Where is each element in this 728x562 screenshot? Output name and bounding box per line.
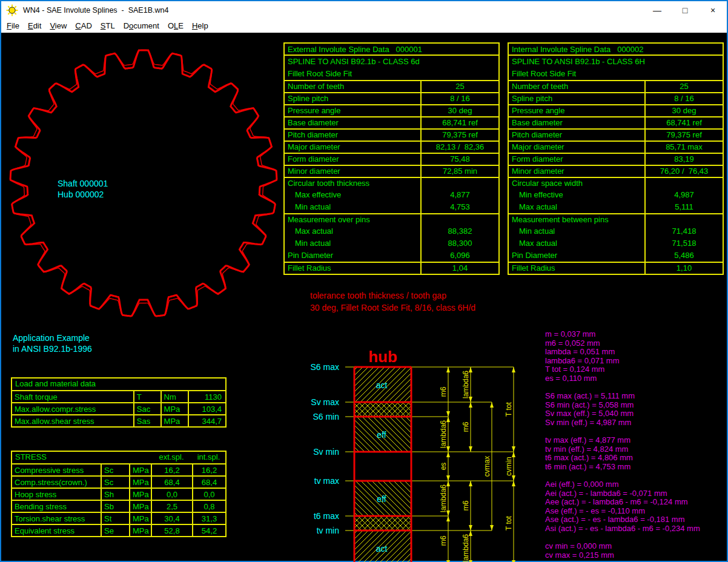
table-row: Shaft torqueTNm1130	[12, 390, 225, 402]
result-line: tv max (eff.) = 4,877 mm	[545, 436, 700, 445]
table-fit: Fillet Root Side Fit	[509, 68, 723, 80]
section-label-eff: eff	[377, 494, 386, 504]
dimension-label-m6: m6	[462, 500, 470, 511]
result-line: cv max = 0,215 mm	[545, 551, 700, 560]
table-row: Pitch diameter79,375 ref	[509, 128, 723, 140]
level-label-Sv-min: Sv min	[313, 447, 339, 457]
level-label-S6-max: S6 max	[311, 362, 339, 372]
result-line: Aei (eff.) = 0,000 mm	[545, 480, 700, 489]
menu-item-file[interactable]: File	[7, 21, 19, 30]
result-line	[545, 534, 700, 543]
dimension-arrow	[512, 481, 515, 486]
dimension-label-cvmax: cvmax	[483, 456, 491, 477]
table-row: Max actual88,382	[285, 225, 498, 237]
menu-item-view[interactable]: View	[50, 21, 67, 30]
dimension-label-T-tot: T tot	[505, 402, 513, 416]
window-title: WN4 - SAE Involute Splines - SAE1B.wn4	[23, 6, 168, 15]
hub-label: hub	[368, 348, 397, 366]
table-row: Form diameter75,48	[285, 153, 498, 165]
level-label-t6-max: t6 max	[314, 511, 339, 521]
dimension-arrow	[512, 446, 515, 452]
table-row: Form diameter83,19	[509, 153, 723, 165]
menu-item-stl[interactable]: STL	[101, 21, 115, 30]
result-line: S6 min (act.) = 5,058 mm	[545, 401, 700, 410]
result-line: Ase (eff.) = - es = -0,110 mm	[545, 507, 700, 516]
table-row: Max.allow.compr.stressSacMPa103,4	[12, 402, 225, 414]
menu-item-cad[interactable]: CAD	[75, 21, 91, 30]
dimension-arrow	[512, 452, 515, 457]
result-line: m = 0,037 mm	[545, 330, 700, 339]
dimension-arrow	[490, 402, 494, 408]
minimize-button[interactable]: —	[643, 1, 671, 19]
section-label-act: act	[376, 380, 388, 390]
result-line	[545, 383, 700, 392]
tolerance-diagram: S6 maxSv maxS6 minSv mintv maxt6 maxtv m…	[286, 313, 546, 562]
dimension-label-T-tot: T tot	[505, 515, 513, 530]
dimension-label-m6: m6	[462, 422, 470, 432]
result-line	[545, 428, 700, 437]
tolerance-title-line2: 30 deg, Fillet Root Side Fit, 8/16, clas…	[310, 302, 475, 314]
application-note-line1: Application Example	[13, 332, 90, 343]
table-row: Comp.stress(crown.)ScMPa68,468,4	[12, 475, 225, 488]
menu-item-edit[interactable]: Edit	[28, 21, 41, 30]
result-line: Sv min (eff.) = 4,987 mm	[545, 418, 700, 428]
dimension-label-lambda6: lambda6	[439, 484, 448, 512]
result-line: t6 min (act.) = 4,753 mm	[545, 463, 700, 472]
drawing-shaft-ref: Shaft 000001	[58, 178, 108, 189]
shaft-spline-profile	[10, 50, 277, 316]
table-standard: SPLINE TO ANSI B92.1b - CLASS 6H	[509, 56, 723, 68]
table-row: Major diameter85,71 max	[509, 140, 723, 153]
stress-table: STRESSext.spl.int.spl.Compressive stress…	[11, 451, 227, 537]
table-row: Min actual4,753	[285, 201, 498, 213]
table-row: Max actual5,111	[509, 201, 723, 213]
dimension-arrow	[446, 452, 450, 457]
table-row: Circular tooth thickness	[285, 177, 498, 189]
dimension-arrow	[469, 402, 472, 408]
dimension-label-m6: m6	[439, 535, 448, 546]
table-row: Pin Diameter5,486	[509, 250, 723, 262]
menu-item-help[interactable]: Help	[192, 21, 208, 30]
table-row: Circular space width	[509, 177, 723, 189]
dimension-arrow	[446, 475, 450, 481]
table-row: Measurement between pins	[509, 213, 723, 225]
table-row: Equivalent stressSeMPa52,854,2	[12, 524, 225, 536]
tolerance-zone	[354, 402, 411, 417]
table-row: Max.allow.shear stressSasMPa344,7	[12, 414, 225, 426]
close-button[interactable]: ×	[699, 1, 727, 19]
table-title: External Involute Spline Data 000001	[285, 44, 498, 56]
table-standard: SPLINE TO ANSI B92.1b - CLASS 6d	[285, 56, 498, 68]
result-line: Asi (act.) = - es - lambda6 - m6 = -0,23…	[545, 524, 700, 534]
table-row: Min actual88,300	[285, 237, 498, 250]
stress-col-int: int.spl.	[192, 452, 225, 463]
level-label-tv-min: tv min	[317, 526, 339, 535]
stress-table-title: STRESSext.spl.int.spl.	[12, 452, 225, 463]
table-row: Pin Diameter6,096	[285, 250, 498, 262]
table-row: Base diameter68,741 ref	[509, 116, 723, 128]
app-icon	[6, 4, 18, 16]
table-row: Max actual71,518	[509, 237, 723, 250]
menu-item-ole[interactable]: OLE	[168, 21, 184, 30]
result-line: Aei (act.) = - lambda6 = -0,071 mm	[545, 489, 700, 498]
menu-item-document[interactable]: Document	[124, 21, 159, 30]
table-row: Hoop stressShMPa0,00,0	[12, 488, 225, 500]
section-label-eff: eff	[377, 430, 386, 440]
client-area: Shaft 000001 Hub 000002 Application Exam…	[1, 33, 727, 561]
result-line: lambda6 = 0,071 mm	[545, 357, 700, 366]
table-row: Min actual71,418	[509, 225, 723, 237]
table-row: Fillet Radius1,04	[285, 262, 498, 274]
dimension-arrow	[469, 481, 472, 486]
dimension-arrow	[446, 516, 450, 521]
result-line	[545, 472, 700, 481]
level-label-tv-max: tv max	[314, 476, 339, 486]
tolerance-zone	[354, 516, 411, 531]
result-line: lambda = 0,051 mm	[545, 348, 700, 357]
maximize-button[interactable]: □	[671, 1, 699, 19]
table-row: Bending stressSbMPa2,50,8	[12, 500, 225, 512]
table-row: Number of teeth25	[509, 80, 723, 92]
drawing-hub-ref: Hub 000002	[58, 189, 104, 200]
result-line: cv min = 0,000 mm	[545, 542, 700, 551]
table-row: Compressive stressScMPa16,216,2	[12, 463, 225, 475]
external-spline-table: External Involute Spline Data 000001SPLI…	[283, 42, 500, 275]
internal-spline-table: Internal Involute Spline Data 000002SPLI…	[508, 42, 724, 275]
load-material-table: Load and material dataShaft torqueTNm113…	[11, 377, 227, 428]
